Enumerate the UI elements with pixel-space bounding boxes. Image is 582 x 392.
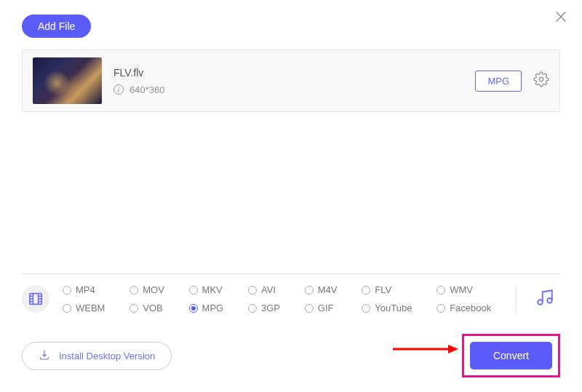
radio-icon xyxy=(248,286,257,295)
close-icon[interactable] xyxy=(553,9,569,29)
format-option-youtube[interactable]: YouTube xyxy=(362,303,423,313)
format-label: MPG xyxy=(202,303,224,313)
download-icon xyxy=(39,349,50,363)
format-option-webm[interactable]: WEBM xyxy=(63,303,116,313)
format-section: MP4MOVMKVAVIM4VFLVWMVWEBMVOBMPG3GPGIFYou… xyxy=(22,273,560,324)
target-format-button[interactable]: MPG xyxy=(475,71,522,92)
file-thumbnail xyxy=(33,57,102,104)
radio-icon xyxy=(362,304,370,313)
format-label: M4V xyxy=(318,284,338,295)
format-label: Facebook xyxy=(450,303,491,313)
radio-icon xyxy=(129,304,138,313)
gear-icon[interactable] xyxy=(533,71,549,90)
radio-icon xyxy=(63,304,71,313)
info-icon: i xyxy=(113,84,124,95)
radio-icon xyxy=(248,304,257,313)
svg-point-12 xyxy=(538,300,543,305)
format-option-mpg[interactable]: MPG xyxy=(189,303,235,313)
file-name: FLV.flv xyxy=(113,67,463,79)
format-label: MP4 xyxy=(76,284,95,295)
format-label: 3GP xyxy=(261,303,280,313)
format-label: WEBM xyxy=(76,303,105,313)
convert-highlight: Convert xyxy=(462,334,560,377)
divider xyxy=(516,285,517,313)
radio-icon xyxy=(129,286,138,295)
radio-icon xyxy=(305,304,314,313)
format-label: YouTube xyxy=(375,303,412,313)
convert-button[interactable]: Convert xyxy=(470,342,552,369)
install-desktop-label: Install Desktop Version xyxy=(59,351,155,361)
radio-icon xyxy=(436,286,445,295)
svg-marker-15 xyxy=(448,345,458,353)
format-label: AVI xyxy=(261,284,276,295)
format-label: MKV xyxy=(202,284,223,295)
arrow-annotation xyxy=(393,344,458,357)
format-option-avi[interactable]: AVI xyxy=(248,284,292,295)
format-option-mov[interactable]: MOV xyxy=(129,284,175,295)
radio-icon xyxy=(305,286,314,295)
format-option-flv[interactable]: FLV xyxy=(362,284,423,295)
format-label: MOV xyxy=(143,284,164,295)
format-option-m4v[interactable]: M4V xyxy=(305,284,349,295)
radio-icon xyxy=(189,304,198,313)
format-label: GIF xyxy=(318,303,334,313)
format-option-gif[interactable]: GIF xyxy=(305,303,349,313)
format-option-wmv[interactable]: WMV xyxy=(436,284,503,295)
install-desktop-button[interactable]: Install Desktop Version xyxy=(22,342,172,370)
video-icon[interactable] xyxy=(22,285,49,313)
music-icon[interactable] xyxy=(530,288,560,310)
format-option-mp4[interactable]: MP4 xyxy=(63,284,116,295)
format-option-mkv[interactable]: MKV xyxy=(189,284,235,295)
svg-point-2 xyxy=(539,77,543,81)
format-label: WMV xyxy=(450,284,473,295)
file-row: FLV.flv i 640*360 MPG xyxy=(22,49,560,112)
svg-point-13 xyxy=(547,298,552,303)
radio-icon xyxy=(189,286,198,295)
radio-icon xyxy=(362,286,370,295)
radio-icon xyxy=(63,286,71,295)
format-option-facebook[interactable]: Facebook xyxy=(436,303,503,313)
format-label: FLV xyxy=(375,284,391,295)
file-resolution: 640*360 xyxy=(129,84,164,95)
format-option-vob[interactable]: VOB xyxy=(129,303,175,313)
add-file-button[interactable]: Add File xyxy=(22,15,91,38)
file-info: FLV.flv i 640*360 xyxy=(113,67,463,95)
format-option-3gp[interactable]: 3GP xyxy=(248,303,292,313)
radio-icon xyxy=(436,304,445,313)
format-label: VOB xyxy=(143,303,162,313)
